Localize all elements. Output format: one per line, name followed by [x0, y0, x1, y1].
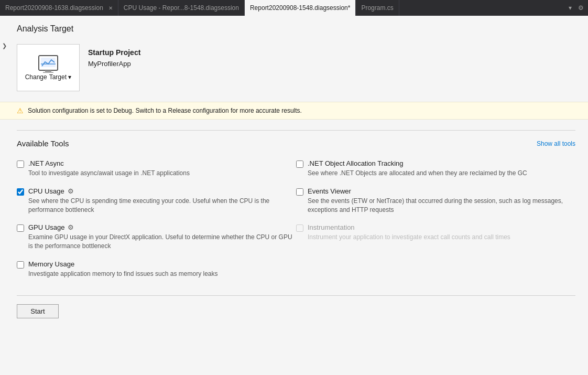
memory-usage-checkbox[interactable] — [17, 261, 24, 269]
tool-item-memory-usage: Memory Usage Investigate application mem… — [17, 257, 296, 285]
memory-usage-name-row: Memory Usage — [28, 260, 296, 268]
events-viewer-content: Events Viewer See the events (ETW or Net… — [308, 187, 575, 215]
dotnet-async-name-row: .NET Async — [28, 159, 296, 167]
dotnet-object-checkbox[interactable] — [296, 160, 303, 168]
cpu-usage-name-row: CPU Usage ⚙ — [28, 187, 296, 195]
memory-usage-name[interactable]: Memory Usage — [28, 260, 74, 268]
instrumentation-desc: Instrument your application to investiga… — [308, 233, 575, 242]
gpu-usage-name-row: GPU Usage ⚙ — [28, 223, 296, 231]
section-title: Analysis Target — [17, 24, 575, 34]
tool-item-gpu-usage: GPU Usage ⚙ Examine GPU usage in your Di… — [17, 220, 296, 257]
tab-report-1548[interactable]: Report20200908-1548.diagsession* — [245, 0, 356, 16]
gpu-usage-desc: Examine GPU usage in your DirectX applic… — [28, 233, 296, 251]
cpu-usage-desc: See where the CPU is spending time execu… — [28, 197, 296, 215]
tools-section-title: Available Tools — [17, 139, 69, 148]
tab-label: CPU Usage - Repor...8-1548.diagsession — [124, 4, 239, 12]
show-all-tools-link[interactable]: Show all tools — [537, 140, 575, 147]
bottom-section: Start — [17, 295, 575, 318]
memory-usage-desc: Investigate application memory to find i… — [28, 270, 296, 278]
tool-item-dotnet-object: .NET Object Allocation Tracking See wher… — [296, 156, 575, 184]
main-content: ❯ Analysis Target Change Target ▾ Startu… — [0, 16, 588, 375]
cpu-usage-name[interactable]: CPU Usage — [28, 187, 64, 195]
events-viewer-name[interactable]: Events Viewer — [308, 187, 351, 195]
dotnet-object-name[interactable]: .NET Object Allocation Tracking — [308, 159, 404, 167]
target-info: Startup Project MyProfilerApp — [88, 44, 140, 68]
events-viewer-checkbox[interactable] — [296, 188, 303, 196]
instrumentation-checkbox[interactable] — [296, 224, 303, 232]
sidebar-toggle[interactable]: ❯ — [0, 38, 8, 53]
gpu-usage-content: GPU Usage ⚙ Examine GPU usage in your Di… — [28, 223, 296, 251]
tool-item-dotnet-async: .NET Async Tool to investigate async/awa… — [17, 156, 296, 184]
dotnet-object-content: .NET Object Allocation Tracking See wher… — [308, 159, 575, 178]
tools-header: Available Tools Show all tools — [17, 139, 575, 148]
warning-icon: ⚠ — [17, 106, 24, 115]
gpu-usage-checkbox[interactable] — [17, 224, 24, 232]
instrumentation-name[interactable]: Instrumentation — [308, 223, 355, 231]
svg-rect-4 — [43, 72, 53, 73]
tab-settings-icon[interactable]: ⚙ — [576, 3, 586, 13]
tool-item-instrumentation: Instrumentation Instrument your applicat… — [296, 220, 575, 257]
dotnet-async-name[interactable]: .NET Async — [28, 159, 64, 167]
change-target-button[interactable]: Change Target ▾ — [17, 44, 80, 91]
tab-label: Program.cs — [361, 4, 393, 12]
dotnet-async-desc: Tool to investigate async/await usage in… — [28, 169, 296, 178]
gpu-usage-name[interactable]: GPU Usage — [28, 223, 64, 231]
target-name: MyProfilerApp — [88, 60, 140, 68]
tools-grid: .NET Async Tool to investigate async/awa… — [17, 156, 575, 285]
tab-program-cs[interactable]: Program.cs — [356, 0, 399, 16]
cpu-usage-checkbox[interactable] — [17, 188, 24, 196]
tab-close-icon[interactable]: ✕ — [108, 5, 113, 11]
target-type-label: Startup Project — [88, 48, 140, 57]
tool-item-events-viewer: Events Viewer See the events (ETW or Net… — [296, 184, 575, 221]
warning-bar: ⚠ Solution configuration is set to Debug… — [0, 102, 588, 120]
start-button[interactable]: Start — [17, 304, 59, 318]
events-viewer-name-row: Events Viewer — [308, 187, 575, 195]
gpu-usage-gear-icon[interactable]: ⚙ — [68, 223, 74, 231]
events-viewer-desc: See the events (ETW or NetTrace) that oc… — [308, 197, 575, 215]
tab-report-1638[interactable]: Report20200908-1638.diagsession ✕ — [0, 0, 118, 16]
dotnet-async-checkbox[interactable] — [17, 160, 24, 168]
tab-cpu-usage[interactable]: CPU Usage - Repor...8-1548.diagsession — [118, 0, 245, 16]
dotnet-object-name-row: .NET Object Allocation Tracking — [308, 159, 575, 167]
tool-item-cpu-usage: CPU Usage ⚙ See where the CPU is spendin… — [17, 184, 296, 221]
svg-rect-3 — [45, 70, 51, 72]
cpu-usage-gear-icon[interactable]: ⚙ — [68, 187, 74, 195]
tab-bar: Report20200908-1638.diagsession ✕ CPU Us… — [0, 0, 588, 16]
tab-label: Report20200908-1548.diagsession* — [250, 4, 350, 12]
memory-usage-content: Memory Usage Investigate application mem… — [28, 260, 296, 278]
profiler-icon — [38, 55, 59, 73]
dotnet-async-content: .NET Async Tool to investigate async/awa… — [28, 159, 296, 178]
target-container: Change Target ▾ Startup Project MyProfil… — [17, 44, 575, 91]
tab-dropdown-icon[interactable]: ▾ — [567, 3, 574, 13]
dotnet-object-desc: See where .NET Objects are allocated and… — [308, 169, 575, 178]
instrumentation-content: Instrumentation Instrument your applicat… — [308, 223, 575, 242]
change-target-label: Change Target ▾ — [25, 73, 72, 81]
tools-divider — [17, 130, 575, 131]
cpu-usage-content: CPU Usage ⚙ See where the CPU is spendin… — [28, 187, 296, 215]
warning-text: Solution configuration is set to Debug. … — [28, 107, 302, 114]
tab-label: Report20200908-1638.diagsession — [5, 4, 103, 12]
tab-bar-end: ▾ ⚙ — [567, 3, 588, 13]
instrumentation-name-row: Instrumentation — [308, 223, 575, 231]
svg-rect-1 — [41, 58, 56, 67]
